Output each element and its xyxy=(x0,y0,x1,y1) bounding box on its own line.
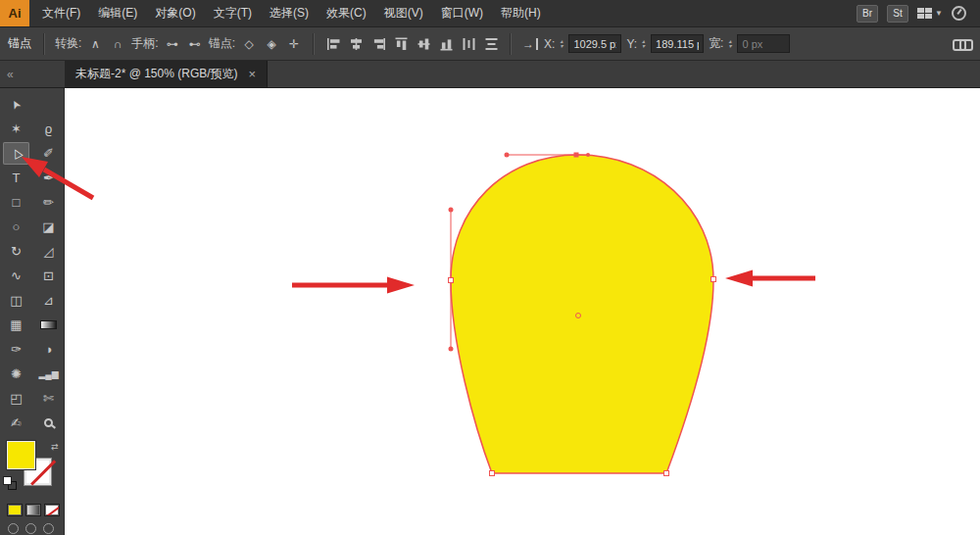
tools-panel: ➤ ✶ ϱ ▷ ✐ T ✒ □ ✏ ○ ◪ ↻ ◿ ∿ ⊡ ◫ ⊿ ▦ ✑ xyxy=(0,88,65,535)
tool-selection[interactable]: ➤ xyxy=(3,93,29,116)
handle-dot[interactable] xyxy=(505,153,510,158)
align-left-button[interactable] xyxy=(324,35,342,53)
balloon-shape[interactable] xyxy=(451,155,713,473)
eraser-icon: ◪ xyxy=(42,219,54,234)
align-middle-button[interactable] xyxy=(415,35,432,53)
tool-symbol-sprayer[interactable]: ✺ xyxy=(3,363,29,385)
remove-anchor-button[interactable]: ◇ xyxy=(240,35,258,53)
handle-dot[interactable] xyxy=(449,347,454,352)
width-stepper[interactable]: ▴▾ xyxy=(728,39,731,49)
anchor-point[interactable] xyxy=(664,471,669,476)
tool-perspective-grid[interactable]: ⊿ xyxy=(35,289,62,312)
artwork-svg xyxy=(65,88,980,535)
tool-eraser[interactable]: ◪ xyxy=(35,216,62,238)
handle-dot[interactable] xyxy=(586,153,590,157)
tool-gradient[interactable] xyxy=(35,314,62,336)
x-stepper[interactable]: ▴▾ xyxy=(560,39,563,49)
menu-item-select[interactable]: 选择(S) xyxy=(261,0,318,26)
convert-to-smooth-button[interactable]: ∩ xyxy=(109,35,126,53)
tool-hand[interactable]: ✍ xyxy=(3,412,29,434)
cs-live-icon[interactable] xyxy=(952,6,966,21)
tool-lasso[interactable]: ϱ xyxy=(35,118,62,140)
tool-direct-selection[interactable]: ▷ xyxy=(3,142,29,165)
document-tab[interactable]: 未标题-2* @ 150% (RGB/预览) × xyxy=(65,61,268,87)
x-input[interactable] xyxy=(568,34,621,53)
tool-mesh[interactable]: ▦ xyxy=(3,314,29,336)
bridge-button[interactable]: Br xyxy=(857,5,878,23)
menu-item-window[interactable]: 窗口(W) xyxy=(432,0,492,26)
tool-slice[interactable]: ✄ xyxy=(35,387,62,410)
artboard-canvas[interactable] xyxy=(65,88,980,535)
color-mode-button[interactable] xyxy=(7,504,23,516)
tool-eyedropper[interactable]: ✑ xyxy=(3,338,29,361)
align-center-button[interactable] xyxy=(347,35,365,53)
menu-item-effect[interactable]: 效果(C) xyxy=(318,0,375,26)
close-tab-icon[interactable]: × xyxy=(249,67,257,81)
anchor-point[interactable] xyxy=(711,277,716,282)
fill-swatch[interactable] xyxy=(7,441,35,469)
menu-item-file[interactable]: 文件(F) xyxy=(33,0,89,26)
link-dimensions-icon[interactable] xyxy=(953,38,970,49)
divider xyxy=(510,33,512,55)
anchor-point[interactable] xyxy=(449,278,454,283)
anchor-point-selected[interactable] xyxy=(574,153,579,158)
handle-dot[interactable] xyxy=(449,208,454,213)
anchor-point[interactable] xyxy=(490,471,495,476)
tool-width[interactable]: ∿ xyxy=(3,265,29,287)
eyedropper-icon: ✑ xyxy=(11,342,22,357)
tool-type[interactable]: T xyxy=(3,167,29,189)
distribute-horizontal-button[interactable] xyxy=(460,35,477,53)
draw-normal-icon[interactable] xyxy=(8,523,19,534)
distribute-vertical-button[interactable] xyxy=(482,35,500,53)
workspace-grid-icon xyxy=(917,8,932,19)
slice-icon: ✄ xyxy=(43,391,54,406)
stock-button[interactable]: St xyxy=(887,5,908,23)
workspace-switcher[interactable]: ▼ xyxy=(917,8,943,19)
draw-inside-icon[interactable] xyxy=(43,523,54,534)
column-graph-icon: ▂▄▆ xyxy=(38,369,58,379)
tool-zoom[interactable] xyxy=(35,412,62,434)
tool-rectangle[interactable]: □ xyxy=(3,191,29,214)
align-top-button[interactable] xyxy=(392,35,410,53)
none-mode-button[interactable] xyxy=(44,504,60,516)
tool-rotate[interactable]: ↻ xyxy=(3,240,29,263)
tool-pen[interactable]: ✒ xyxy=(35,167,62,189)
menu-item-type[interactable]: 文字(T) xyxy=(205,0,261,26)
tool-artboard[interactable]: ◰ xyxy=(3,387,29,410)
convert-label: 转换: xyxy=(55,35,81,52)
menu-item-object[interactable]: 对象(O) xyxy=(146,0,204,26)
show-handles-button[interactable]: ⊶ xyxy=(164,35,181,53)
tool-ellipse[interactable]: ○ xyxy=(3,216,29,238)
tool-shape-builder[interactable]: ◫ xyxy=(3,289,29,312)
anchor-options-button[interactable]: ✛ xyxy=(285,35,303,53)
menu-item-edit[interactable]: 编辑(E) xyxy=(89,0,146,26)
snap-icon: → xyxy=(522,38,538,50)
align-right-button[interactable] xyxy=(369,35,387,53)
tool-magic-wand[interactable]: ✶ xyxy=(3,118,29,140)
align-to-selection-button[interactable]: → xyxy=(521,35,539,53)
pencil-icon: ✏ xyxy=(43,195,54,210)
y-input[interactable] xyxy=(651,34,704,53)
convert-to-corner-button[interactable]: ∧ xyxy=(86,35,104,53)
toolbar-collapse-button[interactable]: « xyxy=(0,61,65,87)
symbol-sprayer-icon: ✺ xyxy=(11,366,22,381)
hide-handles-button[interactable]: ⊷ xyxy=(186,35,204,53)
type-tool-icon: T xyxy=(13,170,21,185)
tool-scale[interactable]: ◿ xyxy=(35,240,62,263)
add-anchor-button[interactable]: ◈ xyxy=(263,35,280,53)
tool-blend[interactable]: ◑ xyxy=(35,338,62,361)
tool-pencil[interactable]: ✏ xyxy=(35,191,62,214)
tool-free-transform[interactable]: ⊡ xyxy=(35,265,62,287)
swap-fill-stroke-icon[interactable]: ⇄ xyxy=(51,442,59,452)
tool-paintbrush[interactable]: ✐ xyxy=(35,142,62,165)
menu-item-view[interactable]: 视图(V) xyxy=(375,0,432,26)
width-input[interactable] xyxy=(737,34,790,53)
hand-icon: ✍ xyxy=(11,415,22,430)
menu-item-help[interactable]: 帮助(H) xyxy=(492,0,550,26)
y-stepper[interactable]: ▴▾ xyxy=(642,39,645,49)
align-bottom-button[interactable] xyxy=(437,35,455,53)
draw-behind-icon[interactable] xyxy=(25,523,36,534)
tool-column-graph[interactable]: ▂▄▆ xyxy=(35,363,62,385)
gradient-mode-button[interactable] xyxy=(25,504,41,516)
default-fill-stroke-icon[interactable] xyxy=(3,476,17,490)
